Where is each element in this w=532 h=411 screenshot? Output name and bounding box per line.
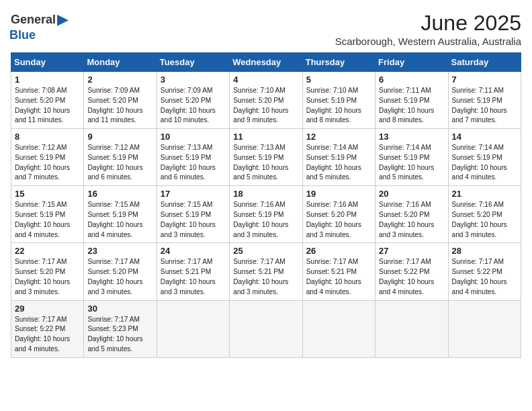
day-number: 11	[233, 132, 298, 142]
day-number: 27	[379, 246, 444, 256]
day-number: 26	[306, 246, 371, 256]
day-info: Sunrise: 7:11 AMSunset: 5:19 PMDaylight:…	[379, 86, 444, 126]
day-number: 30	[87, 304, 152, 314]
day-number: 20	[379, 189, 444, 199]
day-number: 8	[15, 132, 80, 142]
calendar-cell: 25Sunrise: 7:17 AMSunset: 5:21 PMDayligh…	[230, 243, 302, 300]
day-info: Sunrise: 7:09 AMSunset: 5:20 PMDaylight:…	[161, 86, 226, 126]
logo-arrow-icon: ▶	[57, 11, 69, 28]
calendar-cell: 5Sunrise: 7:10 AMSunset: 5:19 PMDaylight…	[302, 72, 375, 129]
weekday-header-saturday: Saturday	[448, 53, 521, 72]
day-info: Sunrise: 7:09 AMSunset: 5:20 PMDaylight:…	[87, 86, 152, 126]
day-info: Sunrise: 7:17 AMSunset: 5:21 PMDaylight:…	[233, 257, 298, 297]
day-number: 6	[379, 75, 444, 85]
day-number: 14	[452, 132, 517, 142]
calendar-cell: 18Sunrise: 7:16 AMSunset: 5:19 PMDayligh…	[230, 186, 302, 243]
calendar-cell	[302, 300, 375, 357]
day-info: Sunrise: 7:17 AMSunset: 5:22 PMDaylight:…	[15, 315, 80, 355]
day-info: Sunrise: 7:17 AMSunset: 5:22 PMDaylight:…	[379, 257, 444, 297]
day-number: 10	[161, 132, 226, 142]
day-info: Sunrise: 7:10 AMSunset: 5:20 PMDaylight:…	[233, 86, 298, 126]
day-info: Sunrise: 7:10 AMSunset: 5:19 PMDaylight:…	[306, 86, 371, 126]
calendar-cell: 17Sunrise: 7:15 AMSunset: 5:19 PMDayligh…	[157, 186, 229, 243]
day-number: 5	[306, 75, 371, 85]
day-info: Sunrise: 7:17 AMSunset: 5:23 PMDaylight:…	[87, 315, 152, 355]
calendar-week-1: 1Sunrise: 7:08 AMSunset: 5:20 PMDaylight…	[11, 72, 521, 129]
day-info: Sunrise: 7:17 AMSunset: 5:22 PMDaylight:…	[452, 257, 517, 297]
calendar-header-row: SundayMondayTuesdayWednesdayThursdayFrid…	[11, 53, 521, 72]
day-info: Sunrise: 7:16 AMSunset: 5:20 PMDaylight:…	[379, 200, 444, 240]
day-number: 7	[452, 75, 517, 85]
calendar-cell	[230, 300, 302, 357]
calendar-cell: 27Sunrise: 7:17 AMSunset: 5:22 PMDayligh…	[375, 243, 448, 300]
day-info: Sunrise: 7:08 AMSunset: 5:20 PMDaylight:…	[15, 86, 80, 126]
weekday-header-sunday: Sunday	[11, 53, 84, 72]
day-info: Sunrise: 7:12 AMSunset: 5:19 PMDaylight:…	[15, 143, 80, 183]
weekday-header-thursday: Thursday	[302, 53, 375, 72]
logo-blue: Blue	[9, 28, 36, 42]
day-number: 29	[15, 304, 80, 314]
day-number: 19	[306, 189, 371, 199]
calendar-cell: 21Sunrise: 7:16 AMSunset: 5:20 PMDayligh…	[448, 186, 521, 243]
calendar-week-5: 29Sunrise: 7:17 AMSunset: 5:22 PMDayligh…	[11, 300, 521, 357]
day-number: 17	[161, 189, 226, 199]
logo-general: General	[11, 13, 56, 27]
weekday-header-tuesday: Tuesday	[157, 53, 229, 72]
calendar-cell: 28Sunrise: 7:17 AMSunset: 5:22 PMDayligh…	[448, 243, 521, 300]
calendar-cell: 6Sunrise: 7:11 AMSunset: 5:19 PMDaylight…	[375, 72, 448, 129]
day-number: 25	[233, 246, 298, 256]
calendar-cell: 20Sunrise: 7:16 AMSunset: 5:20 PMDayligh…	[375, 186, 448, 243]
day-info: Sunrise: 7:15 AMSunset: 5:19 PMDaylight:…	[87, 200, 152, 240]
day-info: Sunrise: 7:13 AMSunset: 5:19 PMDaylight:…	[233, 143, 298, 183]
calendar-cell: 9Sunrise: 7:12 AMSunset: 5:19 PMDaylight…	[84, 129, 157, 186]
calendar-cell: 23Sunrise: 7:17 AMSunset: 5:20 PMDayligh…	[84, 243, 157, 300]
day-number: 1	[15, 75, 80, 85]
day-number: 22	[15, 246, 80, 256]
calendar-cell: 14Sunrise: 7:14 AMSunset: 5:19 PMDayligh…	[448, 129, 521, 186]
day-info: Sunrise: 7:11 AMSunset: 5:19 PMDaylight:…	[452, 86, 517, 126]
day-number: 23	[87, 246, 152, 256]
day-info: Sunrise: 7:12 AMSunset: 5:19 PMDaylight:…	[87, 143, 152, 183]
day-info: Sunrise: 7:17 AMSunset: 5:20 PMDaylight:…	[15, 257, 80, 297]
day-number: 9	[87, 132, 152, 142]
calendar-cell: 16Sunrise: 7:15 AMSunset: 5:19 PMDayligh…	[84, 186, 157, 243]
location-subtitle: Scarborough, Western Australia, Australi…	[335, 36, 521, 47]
title-area: June 2025 Scarborough, Western Australia…	[335, 11, 521, 47]
calendar-cell: 26Sunrise: 7:17 AMSunset: 5:21 PMDayligh…	[302, 243, 375, 300]
month-year-title: June 2025	[335, 11, 521, 36]
weekday-header-friday: Friday	[375, 53, 448, 72]
calendar-cell: 13Sunrise: 7:14 AMSunset: 5:19 PMDayligh…	[375, 129, 448, 186]
day-number: 12	[306, 132, 371, 142]
calendar-cell: 2Sunrise: 7:09 AMSunset: 5:20 PMDaylight…	[84, 72, 157, 129]
calendar-week-4: 22Sunrise: 7:17 AMSunset: 5:20 PMDayligh…	[11, 243, 521, 300]
weekday-header-monday: Monday	[84, 53, 157, 72]
day-number: 24	[161, 246, 226, 256]
day-number: 18	[233, 189, 298, 199]
calendar-cell	[157, 300, 229, 357]
day-info: Sunrise: 7:16 AMSunset: 5:20 PMDaylight:…	[452, 200, 517, 240]
day-info: Sunrise: 7:16 AMSunset: 5:19 PMDaylight:…	[233, 200, 298, 240]
day-number: 4	[233, 75, 298, 85]
day-number: 21	[452, 189, 517, 199]
calendar-week-3: 15Sunrise: 7:15 AMSunset: 5:19 PMDayligh…	[11, 186, 521, 243]
day-info: Sunrise: 7:15 AMSunset: 5:19 PMDaylight:…	[15, 200, 80, 240]
calendar-cell	[375, 300, 448, 357]
logo: General ▶ Blue	[11, 11, 69, 42]
day-info: Sunrise: 7:17 AMSunset: 5:20 PMDaylight:…	[87, 257, 152, 297]
day-info: Sunrise: 7:16 AMSunset: 5:20 PMDaylight:…	[306, 200, 371, 240]
day-number: 16	[87, 189, 152, 199]
calendar-cell: 7Sunrise: 7:11 AMSunset: 5:19 PMDaylight…	[448, 72, 521, 129]
calendar-cell: 4Sunrise: 7:10 AMSunset: 5:20 PMDaylight…	[230, 72, 302, 129]
day-number: 15	[15, 189, 80, 199]
day-number: 13	[379, 132, 444, 142]
day-number: 28	[452, 246, 517, 256]
calendar-cell: 8Sunrise: 7:12 AMSunset: 5:19 PMDaylight…	[11, 129, 84, 186]
calendar-table: SundayMondayTuesdayWednesdayThursdayFrid…	[11, 52, 521, 358]
day-info: Sunrise: 7:17 AMSunset: 5:21 PMDaylight:…	[161, 257, 226, 297]
day-info: Sunrise: 7:15 AMSunset: 5:19 PMDaylight:…	[161, 200, 226, 240]
page-header: General ▶ Blue June 2025 Scarborough, We…	[11, 11, 521, 47]
day-info: Sunrise: 7:14 AMSunset: 5:19 PMDaylight:…	[379, 143, 444, 183]
calendar-cell: 15Sunrise: 7:15 AMSunset: 5:19 PMDayligh…	[11, 186, 84, 243]
calendar-week-2: 8Sunrise: 7:12 AMSunset: 5:19 PMDaylight…	[11, 129, 521, 186]
weekday-header-wednesday: Wednesday	[230, 53, 302, 72]
